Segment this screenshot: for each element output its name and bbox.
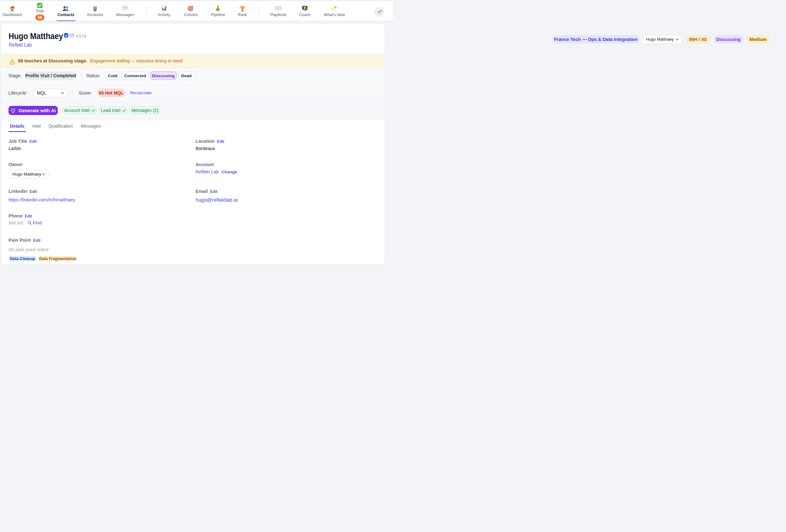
svg-text:$: $ bbox=[217, 7, 219, 11]
